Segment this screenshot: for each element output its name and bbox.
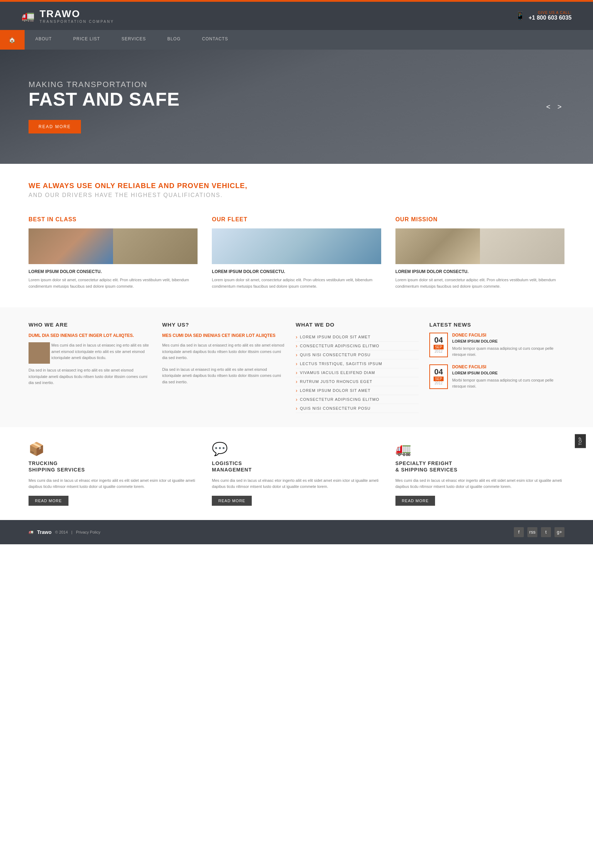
warehouse-image-2 xyxy=(113,229,197,264)
service-text-1: Mes cumi dia sed in lacus ut elnasc etor… xyxy=(28,478,197,490)
what-we-do-col: WHAT WE DO LOREM IPSUM DOLOR SIT AMET CO… xyxy=(296,322,429,413)
main-nav: 🏠 ABOUT PRICE LIST SERVICES BLOG CONTACT… xyxy=(0,30,593,50)
news-subhead-2: LOREM IPSUM DOLORE xyxy=(452,371,565,375)
service-btn-2[interactable]: READ MORE xyxy=(212,496,252,506)
googleplus-icon[interactable]: g+ xyxy=(555,527,565,537)
footer-left: 🚛 Trawo © 2014 | Privacy Policy xyxy=(28,529,100,535)
who-text-2: Dia sed in lacus ut eniasect ing erto al… xyxy=(28,367,152,386)
twitter-icon[interactable]: t xyxy=(541,527,551,537)
news-date-1: 04 SEP 2012 xyxy=(429,333,448,357)
news-month-2: SEP xyxy=(434,376,444,381)
feature-heading-2: LOREM IPSUM DOLOR CONSECTU. xyxy=(212,269,381,274)
phone-icon: 📱 xyxy=(515,12,525,21)
site-footer: 🚛 Trawo © 2014 | Privacy Policy f rss t … xyxy=(0,520,593,544)
nav-home[interactable]: 🏠 xyxy=(0,30,25,50)
service-btn-1[interactable]: READ MORE xyxy=(28,496,68,506)
news-date-2: 04 SEP 2012 xyxy=(429,365,448,389)
news-day-2: 04 xyxy=(434,367,444,376)
list-item: CONSECTETUR ADIPISCING ELITMO xyxy=(296,342,419,350)
news-body-2: Morbi tempor quam massa adipiscing ut cu… xyxy=(452,377,565,389)
facebook-icon[interactable]: f xyxy=(514,527,524,537)
service-title-1: TRUCKING SHIPPING SERVICES xyxy=(28,460,197,473)
why-us-col: WHY US? MES CUMI DIA SED INENIAS CET ING… xyxy=(162,322,296,413)
contact-info: 📱 GIVE US A CALL: +1 800 603 6035 xyxy=(515,11,572,21)
features-section: BEST IN CLASS LOREM IPSUM DOLOR CONSECTU… xyxy=(0,209,593,307)
feature-text-3: Lorem ipsum dolor sit amet, consectetur … xyxy=(396,277,565,289)
news-month-1: SEP xyxy=(434,345,444,350)
footer-separator: | xyxy=(71,530,72,534)
freight-icon: 🚛 xyxy=(396,441,565,456)
contact-details: GIVE US A CALL: +1 800 603 6035 xyxy=(528,11,572,21)
who-image-row: Mes cumi dia sed in lacus ut eniasec ing… xyxy=(28,342,152,364)
site-header: 🚛 TRAWO TRANSPORTATION COMPANY 📱 GIVE US… xyxy=(0,2,593,30)
feature-image-2 xyxy=(212,229,381,264)
warehouse-image xyxy=(28,229,113,264)
nav-contacts[interactable]: CONTACTS xyxy=(191,30,239,50)
why-text-2: Dia sed in lacus ut eniasect ing erto al… xyxy=(162,366,285,385)
rss-icon[interactable]: rss xyxy=(527,527,537,537)
nav-pricelist[interactable]: PRICE LIST xyxy=(62,30,110,50)
news-headline-1: DONEC FACILISI xyxy=(452,333,565,338)
news-headline-2: DONEC FACILISI xyxy=(452,365,565,369)
list-item: LOREM IPSUM DOLOR SIT AMET xyxy=(296,386,419,395)
list-item: LECTUS TRISTIQUE, SAGITTIS IPSUM xyxy=(296,359,419,368)
brand-tagline: TRANSPORTATION COMPANY xyxy=(40,20,114,24)
news-item-2: 04 SEP 2012 DONEC FACILISI LOREM IPSUM D… xyxy=(429,365,565,389)
hero-arrows: < > xyxy=(543,101,565,112)
give-call-label: GIVE US A CALL: xyxy=(528,11,572,15)
feature-our-fleet: OUR FLEET LOREM IPSUM DOLOR CONSECTU. Lo… xyxy=(212,216,395,289)
box-icon: 📦 xyxy=(28,441,197,456)
why-subtitle: MES CUMI DIA SED INENIAS CET INGER LOT A… xyxy=(162,333,285,339)
service-text-3: Mes cumi dia sed in lacus ut elnasc etor… xyxy=(396,478,565,490)
feature-heading-3: LOREM IPSUM DOLOR CONSECTU. xyxy=(396,269,565,274)
hero-section: MAKING TRANSPORTATION FAST AND SAFE READ… xyxy=(0,50,593,164)
feature-text-2: Lorem ipsum dolor sit amet, consectetur … xyxy=(212,277,381,289)
nav-blog[interactable]: BLOG xyxy=(156,30,191,50)
service-freight: 🚛 SPECIALTY FREIGHT & SHIPPING SERVICES … xyxy=(396,441,565,506)
brand-name: TRAWO xyxy=(40,8,114,20)
list-item: QUIS NISI CONSECTETUR POSU xyxy=(296,404,419,413)
footer-truck-icon: 🚛 xyxy=(28,530,34,534)
hero-read-more-button[interactable]: READ MORE xyxy=(28,120,81,133)
feature-image-3 xyxy=(396,229,565,264)
list-item: QUIS NISI CONSECTETUR POSU xyxy=(296,350,419,359)
news-day-1: 04 xyxy=(434,335,444,345)
feature-text-1: Lorem ipsum dolor sit amet, consectetur … xyxy=(28,277,197,289)
logo-area: 🚛 TRAWO TRANSPORTATION COMPANY xyxy=(21,8,114,24)
feature-heading-1: LOREM IPSUM DOLOR CONSECTU. xyxy=(28,269,197,274)
who-image xyxy=(28,342,50,364)
news-year-1: 2012 xyxy=(434,350,444,353)
home-icon: 🏠 xyxy=(9,37,16,43)
service-btn-3[interactable]: READ MORE xyxy=(396,496,436,506)
service-logistics: 💬 LOGISTICS MANAGEMENT Mes cumi dia sed … xyxy=(212,441,395,506)
latest-news-col: LATEST NEWS 04 SEP 2012 DONEC FACILISI L… xyxy=(429,322,565,413)
nav-about[interactable]: ABOUT xyxy=(25,30,62,50)
news-item-1: 04 SEP 2012 DONEC FACILISI LOREM IPSUM D… xyxy=(429,333,565,357)
what-title: WHAT WE DO xyxy=(296,322,419,328)
hero-subtitle: MAKING TRANSPORTATION xyxy=(28,80,180,89)
news-content-2: DONEC FACILISI LOREM IPSUM DOLORE Morbi … xyxy=(452,365,565,389)
nav-services[interactable]: SERVICES xyxy=(111,30,156,50)
list-item: VIVAMUS IACULIS ELEIFEND DIAM xyxy=(296,368,419,377)
back-to-top-button[interactable]: TOP xyxy=(575,434,586,448)
feature-image-1 xyxy=(28,229,197,264)
footer-brand: Trawo xyxy=(37,529,52,535)
middle-section: WHO WE ARE DUML DIA SED INENIAS CET INGE… xyxy=(0,307,593,427)
news-body-1: Morbi tempor quam massa adipiscing ut cu… xyxy=(452,345,565,357)
hero-next-arrow[interactable]: > xyxy=(555,101,565,112)
list-item: RUTRUM JUSTO RHONCUS EGET xyxy=(296,377,419,386)
who-we-are-col: WHO WE ARE DUML DIA SED INENIAS CET INGE… xyxy=(28,322,162,413)
who-text-1: Mes cumi dia sed in lacus ut eniasec ing… xyxy=(52,342,152,364)
service-text-2: Mes cumi dia sed in lacus ut elnasc etor… xyxy=(212,478,381,490)
feature-our-mission: OUR MISSION LOREM IPSUM DOLOR CONSECTU. … xyxy=(396,216,565,289)
feature-title-3: OUR MISSION xyxy=(396,216,565,223)
privacy-policy-link[interactable]: Privacy Policy xyxy=(76,530,100,534)
service-trucking: 📦 TRUCKING SHIPPING SERVICES Mes cumi di… xyxy=(28,441,212,506)
news-content-1: DONEC FACILISI LOREM IPSUM DOLORE Morbi … xyxy=(452,333,565,357)
service-title-3: SPECIALTY FREIGHT & SHIPPING SERVICES xyxy=(396,460,565,473)
hero-prev-arrow[interactable]: < xyxy=(543,101,553,112)
tagline-main: WE ALWAYS USE ONLY RELIABLE AND PROVEN V… xyxy=(28,182,565,190)
service-title-2: LOGISTICS MANAGEMENT xyxy=(212,460,381,473)
what-list: LOREM IPSUM DOLOR SIT AMET CONSECTETUR A… xyxy=(296,333,419,413)
news-subhead-1: LOREM IPSUM DOLORE xyxy=(452,339,565,343)
